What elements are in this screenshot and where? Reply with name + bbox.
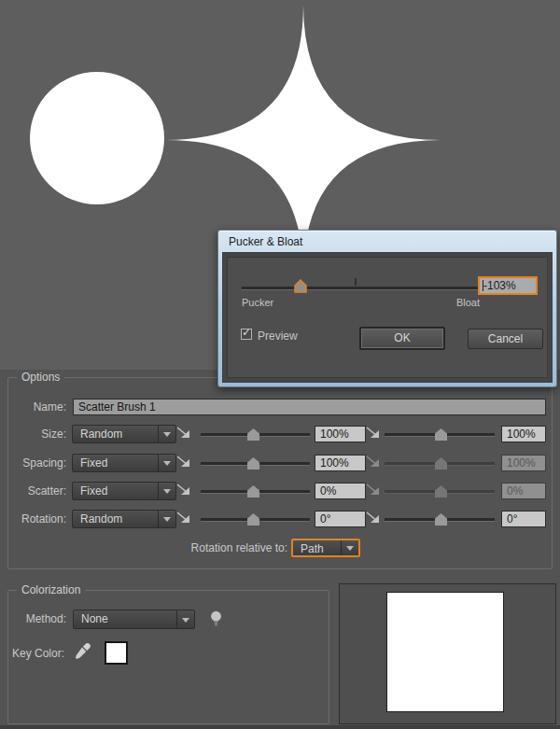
name-label: Name:: [0, 398, 66, 416]
rotation-min-value[interactable]: 0°: [315, 511, 366, 527]
brush-preview-swatch: [386, 592, 504, 712]
dialog-title: Pucker & Bloat: [229, 235, 302, 248]
pucker-bloat-slider[interactable]: [242, 287, 478, 289]
slider-slope-icon: [176, 512, 190, 526]
rotation-relative-label: Rotation relative to:: [93, 539, 287, 557]
brush-name-input[interactable]: Scatter Brush 1: [73, 399, 546, 415]
slider-slope-icon: [366, 484, 380, 498]
rotation-row: Rotation: Random 0° 0°: [0, 510, 560, 528]
spacing-max-value: 100%: [501, 455, 546, 471]
scatter-row: Scatter: Fixed 0% 0%: [0, 482, 560, 500]
slider-thumb: [435, 457, 447, 470]
rotation-max-value[interactable]: 0°: [501, 511, 546, 527]
pucker-label: Pucker: [242, 297, 273, 308]
scatter-max-slider: [385, 490, 495, 493]
size-row: Size: Random 100% 100%: [0, 425, 560, 443]
rotation-relative-value: Path: [301, 540, 324, 557]
dialog-content-panel: Pucker Bloat -103% ✓ Preview OK Cancel: [227, 257, 548, 378]
scatter-mode-value: Fixed: [80, 483, 107, 499]
slider-slope-icon: [366, 456, 380, 470]
brush-preview-pane: [339, 583, 556, 724]
spacing-max-slider: [385, 462, 495, 465]
colorization-group-legend: Colorization: [17, 583, 85, 597]
size-label: Size:: [0, 425, 66, 443]
scatter-min-value[interactable]: 0%: [315, 483, 366, 499]
preview-checkbox[interactable]: ✓: [241, 329, 252, 340]
cancel-button[interactable]: Cancel: [468, 329, 543, 349]
size-min-value[interactable]: 100%: [315, 426, 366, 442]
method-label: Method:: [0, 610, 66, 628]
spacing-row: Spacing: Fixed 100% 100%: [0, 454, 560, 472]
chevron-down-icon: [158, 426, 175, 442]
chevron-down-icon: [341, 540, 358, 555]
rotation-mode-dropdown[interactable]: Random: [72, 510, 176, 528]
slider-thumb[interactable]: [247, 457, 259, 470]
slider-slope-icon: [176, 456, 190, 470]
slider-thumb[interactable]: [247, 513, 259, 526]
size-min-slider[interactable]: [201, 433, 310, 436]
pucker-bloat-value: -103%: [483, 279, 516, 292]
eyedropper-icon[interactable]: [74, 641, 92, 662]
rotation-min-slider[interactable]: [201, 518, 310, 521]
spacing-label: Spacing:: [0, 454, 66, 472]
size-mode-value: Random: [80, 426, 122, 442]
slider-slope-icon: [366, 512, 380, 526]
key-color-swatch[interactable]: [105, 641, 128, 665]
tips-lightbulb-icon[interactable]: [209, 610, 223, 628]
slider-thumb[interactable]: [247, 428, 259, 441]
rotation-mode-value: Random: [80, 511, 122, 527]
check-icon: ✓: [242, 326, 251, 339]
key-color-label: Key Color:: [0, 644, 64, 663]
scatter-max-value: 0%: [501, 483, 546, 499]
rotation-label: Rotation:: [0, 510, 66, 528]
spacing-mode-value: Fixed: [80, 455, 107, 471]
preview-checkbox-label: Preview: [258, 329, 298, 343]
chevron-down-icon: [176, 610, 194, 628]
chevron-down-icon: [158, 483, 175, 499]
method-dropdown[interactable]: None: [73, 610, 195, 629]
scatter-mode-dropdown[interactable]: Fixed: [72, 482, 176, 500]
spacing-mode-dropdown[interactable]: Fixed: [72, 454, 176, 472]
slider-thumb: [435, 485, 447, 498]
slider-center-tick: [355, 278, 357, 286]
chevron-down-icon: [158, 455, 175, 471]
spacing-min-slider[interactable]: [201, 462, 310, 465]
rotation-relative-dropdown[interactable]: Path: [291, 539, 360, 557]
scatter-label: Scatter:: [0, 482, 66, 500]
text-caret: [483, 280, 483, 291]
slider-thumb[interactable]: [247, 485, 259, 498]
size-mode-dropdown[interactable]: Random: [72, 425, 176, 443]
slider-slope-icon: [176, 484, 190, 498]
ok-button[interactable]: OK: [359, 327, 445, 350]
scatter-min-slider[interactable]: [201, 490, 310, 493]
slider-slope-icon: [176, 427, 190, 441]
spacing-min-value[interactable]: 100%: [315, 455, 366, 471]
circle-shape[interactable]: [30, 72, 164, 204]
pucker-bloat-value-input[interactable]: -103%: [478, 276, 538, 295]
size-max-value[interactable]: 100%: [501, 426, 546, 442]
rotation-max-slider[interactable]: [385, 518, 495, 521]
scatter-brush-options-window: Options Name: Scatter Brush 1 Size: Rand…: [0, 0, 560, 729]
size-max-slider[interactable]: [385, 433, 495, 436]
method-value: None: [81, 610, 108, 628]
rotation-relative-row: Rotation relative to: Path: [0, 539, 560, 557]
options-group-legend: Options: [17, 371, 64, 385]
slider-thumb[interactable]: [293, 279, 308, 294]
slider-slope-icon: [366, 427, 380, 441]
slider-thumb[interactable]: [435, 428, 447, 441]
chevron-down-icon: [158, 511, 175, 527]
dialog-body: Pucker Bloat -103% ✓ Preview OK Cancel: [222, 252, 553, 383]
slider-thumb[interactable]: [435, 513, 447, 526]
pucker-bloat-dialog: Pucker & Bloat Pucker Bloat -103% ✓ Prev…: [217, 230, 557, 387]
bloat-label: Bloat: [456, 297, 480, 308]
window-bottom-edge: [0, 725, 560, 729]
